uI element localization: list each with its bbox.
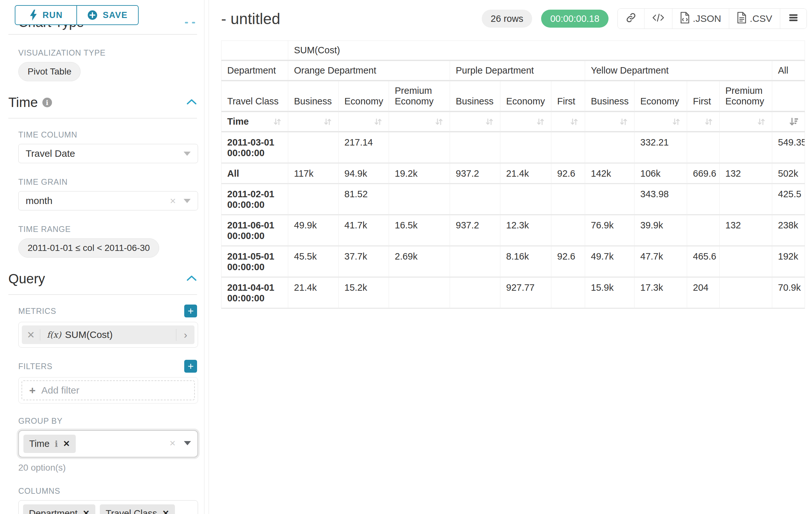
chevron-right-icon[interactable]: › [176,329,195,341]
sort-header-cell[interactable] [585,112,635,132]
pivot-value-cell [450,246,500,277]
pivot-value-cell: 21.4k [288,277,339,309]
chevron-down-icon[interactable] [183,199,191,203]
pivot-value-cell: 549.35 [772,132,805,164]
remove-metric-icon[interactable]: ✕ [22,329,40,341]
pivot-value-cell: 217.14 [339,132,389,164]
add-metric-button[interactable]: + [184,304,197,317]
remove-tag-icon[interactable]: ✕ [63,439,70,449]
sort-toggle-icon[interactable] [434,117,444,127]
group-by-select[interactable]: Time i ✕ × [18,430,198,457]
time-range-pill[interactable]: 2011-01-01 ≤ col < 2011-06-30 [18,238,159,258]
pivot-group-header: All [772,61,805,81]
sort-toggle-icon[interactable] [536,117,545,127]
sort-header-cell[interactable] [500,112,551,132]
remove-tag-icon[interactable]: ✕ [162,509,169,514]
sort-toggle-icon[interactable] [272,117,282,127]
menu-button[interactable] [780,9,807,29]
view-query-button[interactable] [644,9,672,29]
page-title[interactable]: - untitled [221,10,280,28]
clear-icon[interactable]: × [170,196,176,206]
time-grain-value: month [26,195,52,206]
pivot-value-cell: 21.4k [500,164,551,184]
share-link-button[interactable] [618,9,644,29]
pivot-value-cell: 15.2k [339,277,389,309]
group-by-tag[interactable]: Time i ✕ [23,435,76,453]
sort-desc-active-icon[interactable] [789,117,799,127]
visualization-type-label: VISUALIZATION TYPE [18,48,204,57]
export-json-button[interactable]: .JSON [672,9,729,29]
pivot-value-cell [500,184,551,215]
sort-toggle-icon[interactable] [569,117,579,127]
columns-label: COLUMNS [18,486,204,496]
sort-header-cell[interactable] [551,112,585,132]
time-section-header: Time i [8,95,197,110]
group-by-option-count: 20 option(s) [18,463,204,473]
lightning-bolt-icon [29,10,37,21]
row-count-badge: 26 rows [482,10,532,28]
pivot-travel-class-header: Premium Economy [389,81,450,112]
pivot-value-cell: 502k [772,164,805,184]
metric-pill[interactable]: ✕ f(x) SUM(Cost) › [22,325,195,344]
chevron-up-icon[interactable] [186,98,197,107]
sort-toggle-icon[interactable] [485,117,494,127]
time-grain-select[interactable]: month × [18,191,198,210]
sort-toggle-icon[interactable] [704,117,714,127]
pivot-value-cell: 92.6 [551,246,585,277]
pivot-value-cell: 94.9k [339,164,389,184]
sort-header-cell[interactable]: Time [222,112,288,132]
pivot-travel-class-header [772,81,805,112]
pivot-travel-class-header: Economy [635,81,687,112]
pivot-value-cell: 16.5k [389,215,450,246]
time-section-title: Time [8,95,38,110]
sort-header-cell[interactable] [687,112,720,132]
sort-header-cell[interactable] [635,112,687,132]
save-button[interactable]: SAVE [77,6,138,24]
columns-tag[interactable]: Department ✕ [23,504,95,514]
pivot-value-cell: 142k [585,164,635,184]
clear-icon[interactable]: × [170,438,176,448]
columns-tag[interactable]: Travel Class ✕ [100,504,175,514]
sort-toggle-icon[interactable] [373,117,383,127]
pivot-value-cell [389,277,450,309]
sort-header-cell[interactable] [288,112,339,132]
pivot-value-cell: 19.2k [389,164,450,184]
sort-toggle-icon[interactable] [619,117,629,127]
pivot-row-label: 2011-03-01 00:00:00 [222,132,288,164]
chevron-down-icon[interactable] [184,441,191,445]
sort-header-cell[interactable] [339,112,389,132]
info-icon[interactable]: i [42,98,52,107]
visualization-type-pill[interactable]: Pivot Table [18,62,81,81]
chevron-up-icon[interactable] [186,275,197,283]
pivot-corner-cell [222,41,288,61]
pivot-value-cell: 45.5k [288,246,339,277]
add-filter-button[interactable]: + Add filter [22,380,195,400]
remove-tag-icon[interactable]: ✕ [83,509,90,514]
sort-toggle-icon[interactable] [323,117,332,127]
sort-header-cell[interactable] [450,112,500,132]
export-json-label: .JSON [693,13,721,24]
sort-header-cell[interactable] [720,112,772,132]
link-icon [626,12,636,25]
sort-toggle-icon[interactable] [756,117,766,127]
pivot-group-header: Orange Department [288,61,450,81]
filters-control: + Add filter [18,377,198,404]
run-button-label: RUN [43,10,63,20]
plus-circle-icon [87,10,97,20]
sort-header-cell[interactable] [772,112,805,132]
tag-label: Department [29,508,78,514]
tag-label: Time [29,438,50,449]
export-csv-button[interactable]: .CSV [729,9,780,29]
chevron-down-icon[interactable] [183,152,191,156]
sort-header-cell[interactable] [389,112,450,132]
pivot-value-cell [500,132,551,164]
columns-select[interactable]: Department ✕ Travel Class ✕ × [18,500,198,514]
add-filter-plus-button[interactable]: + [184,360,197,373]
run-button[interactable]: RUN [16,6,77,24]
filters-label: FILTERS [18,362,53,371]
info-icon[interactable]: i [55,439,58,449]
pivot-table: SUM(Cost)DepartmentOrange DepartmentPurp… [221,40,805,309]
pivot-col-axis-label: Department [222,61,288,81]
sort-toggle-icon[interactable] [671,117,681,127]
time-column-select[interactable]: Travel Date [18,144,198,163]
